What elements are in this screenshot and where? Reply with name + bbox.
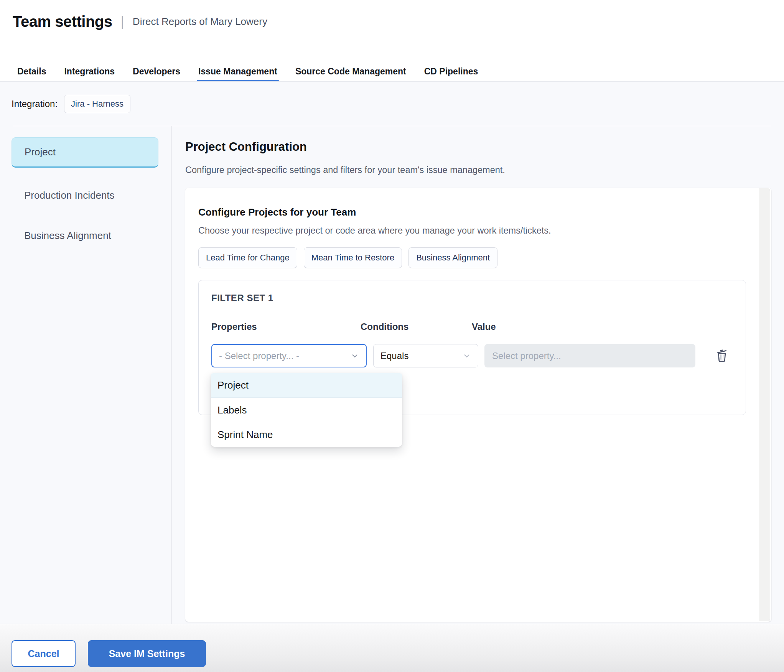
sidebar-divider xyxy=(171,126,172,624)
section-subtitle: Configure project-specific settings and … xyxy=(185,165,505,175)
column-header-value: Value xyxy=(472,321,496,332)
chevron-down-icon xyxy=(463,352,471,360)
sidebar-item-business-alignment[interactable]: Business Alignment xyxy=(12,224,158,247)
trash-icon xyxy=(714,348,730,363)
section-title: Project Configuration xyxy=(185,140,307,154)
delete-filter-button[interactable] xyxy=(713,346,731,365)
page-subtitle: Direct Reports of Mary Lowery xyxy=(133,16,267,28)
integration-row: Integration: Jira - Harness xyxy=(12,95,130,113)
header-title-group: Team settings | Direct Reports of Mary L… xyxy=(13,13,267,30)
header: Team settings | Direct Reports of Mary L… xyxy=(0,0,784,61)
sidebar-item-project[interactable]: Project xyxy=(12,137,158,168)
card-subtitle: Choose your respective project or code a… xyxy=(198,226,551,236)
card-title: Configure Projects for your Team xyxy=(198,206,356,218)
column-header-conditions: Conditions xyxy=(361,321,408,332)
conditions-select[interactable]: Equals xyxy=(373,344,478,367)
cancel-button[interactable]: Cancel xyxy=(12,640,76,667)
tab-source-code-management[interactable]: Source Code Management xyxy=(295,61,406,81)
properties-select-placeholder: - Select property... - xyxy=(219,351,299,361)
sidebar-item-label: Project xyxy=(12,146,56,158)
tab-details[interactable]: Details xyxy=(17,61,46,81)
properties-dropdown: Project Labels Sprint Name xyxy=(211,373,402,447)
page-title: Team settings xyxy=(13,13,112,30)
value-input[interactable] xyxy=(484,344,695,367)
chip-mean-time-to-restore[interactable]: Mean Time to Restore xyxy=(304,247,402,268)
tab-integrations[interactable]: Integrations xyxy=(64,61,115,81)
chip-business-alignment[interactable]: Business Alignment xyxy=(408,247,497,268)
dropdown-option-project[interactable]: Project xyxy=(211,373,402,398)
sidebar-item-label: Business Alignment xyxy=(12,230,111,242)
sidebar-item-label: Production Incidents xyxy=(12,189,115,201)
integration-label: Integration: xyxy=(12,99,58,109)
tab-cd-pipelines[interactable]: CD Pipelines xyxy=(424,61,478,81)
filter-set-title: FILTER SET 1 xyxy=(211,293,273,303)
metric-chips-row: Lead Time for Change Mean Time to Restor… xyxy=(198,247,497,268)
chip-lead-time-for-change[interactable]: Lead Time for Change xyxy=(198,247,297,268)
chevron-down-icon xyxy=(351,352,359,360)
sidebar-item-production-incidents[interactable]: Production Incidents xyxy=(12,183,158,207)
projects-card: Configure Projects for your Team Choose … xyxy=(185,188,771,622)
tab-developers[interactable]: Developers xyxy=(133,61,180,81)
save-im-settings-button[interactable]: Save IM Settings xyxy=(88,640,206,667)
card-scrollbar-track[interactable] xyxy=(759,188,770,621)
column-header-properties: Properties xyxy=(211,321,257,332)
properties-select[interactable]: - Select property... - xyxy=(211,344,367,367)
title-divider: | xyxy=(121,13,124,30)
conditions-select-value: Equals xyxy=(380,351,408,361)
horizontal-divider xyxy=(13,126,771,126)
tab-bar: Details Integrations Developers Issue Ma… xyxy=(0,61,784,82)
footer-bar: Cancel Save IM Settings xyxy=(0,624,784,672)
dropdown-option-labels[interactable]: Labels xyxy=(211,398,402,422)
integration-chip[interactable]: Jira - Harness xyxy=(64,95,130,113)
tab-issue-management[interactable]: Issue Management xyxy=(198,61,277,81)
dropdown-option-sprint-name[interactable]: Sprint Name xyxy=(211,422,402,447)
